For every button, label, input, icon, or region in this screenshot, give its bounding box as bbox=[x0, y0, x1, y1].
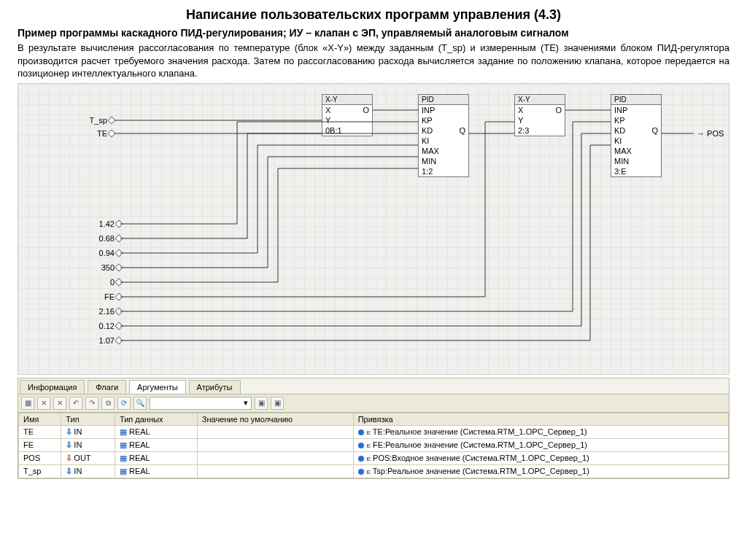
col-type[interactable]: Тип bbox=[61, 413, 115, 425]
arguments-table: Имя Тип Тип данных Значение по умолчанию… bbox=[18, 413, 729, 478]
table-row[interactable]: TE⇩IN▦ REALE TE:Реальное значение (Систе… bbox=[19, 425, 729, 438]
table-row[interactable]: FE⇩IN▦ REALE FE:Реальное значение (Систе… bbox=[19, 438, 729, 451]
toolbar-btn-b-icon[interactable]: ▣ bbox=[271, 397, 284, 410]
tabs: Информация Флаги Аргументы Атрибуты bbox=[18, 378, 729, 394]
find-icon[interactable]: 🔍 bbox=[133, 397, 147, 410]
col-name[interactable]: Имя bbox=[19, 413, 61, 425]
undo-icon[interactable]: ↶ bbox=[69, 397, 82, 410]
col-bind[interactable]: Привязка bbox=[353, 413, 728, 425]
chevron-down-icon: ▾ bbox=[244, 398, 248, 408]
col-dtype[interactable]: Тип данных bbox=[115, 413, 197, 425]
table-row[interactable]: T_sp⇩IN▦ REALE Tsp:Реальное значение (Си… bbox=[19, 464, 729, 478]
properties-panel: Информация Флаги Аргументы Атрибуты ▦ ✕ … bbox=[18, 378, 729, 479]
copy-icon[interactable]: ⧉ bbox=[101, 397, 115, 410]
page-title: Написание пользовательских программ упра… bbox=[0, 7, 747, 23]
toolbar-del2-icon[interactable]: ✕ bbox=[53, 397, 66, 410]
subtitle: Пример программы каскадного ПИД-регулиро… bbox=[18, 27, 729, 39]
toolbar-new-icon[interactable]: ▦ bbox=[21, 397, 34, 410]
table-row[interactable]: POS⇩OUT▦ REALE POS:Входное значение (Сис… bbox=[19, 451, 729, 464]
tab-info[interactable]: Информация bbox=[20, 380, 85, 394]
tab-attributes[interactable]: Атрибуты bbox=[189, 380, 241, 394]
description: В результате вычисления рассогласования … bbox=[18, 42, 729, 80]
fbd-diagram: T_sp TE 1.420.680.943500FE2.160.121.07 X… bbox=[18, 83, 729, 375]
wires bbox=[18, 84, 729, 374]
refresh-icon[interactable]: ⟳ bbox=[117, 397, 131, 410]
toolbar-del-icon[interactable]: ✕ bbox=[37, 397, 50, 410]
tab-arguments[interactable]: Аргументы bbox=[129, 380, 186, 394]
tab-flags[interactable]: Флаги bbox=[88, 380, 126, 394]
redo-icon[interactable]: ↷ bbox=[85, 397, 98, 410]
toolbar: ▦ ✕ ✕ ↶ ↷ ⧉ ⟳ 🔍 ▾ ▣ ▣ bbox=[18, 394, 729, 413]
filter-combo[interactable]: ▾ bbox=[150, 397, 252, 410]
col-default[interactable]: Значение по умолчанию bbox=[197, 413, 353, 425]
toolbar-btn-a-icon[interactable]: ▣ bbox=[255, 397, 268, 410]
